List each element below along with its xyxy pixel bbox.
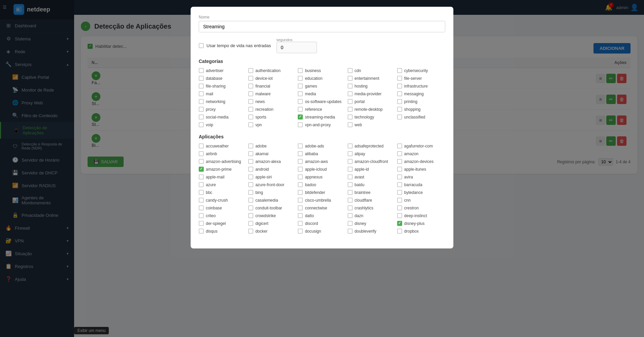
category-checkbox-proxy[interactable] [199, 107, 204, 112]
category-checkbox-mail[interactable] [199, 91, 204, 96]
application-checkbox-cnn[interactable] [397, 198, 402, 203]
application-checkbox-crashlytics[interactable] [348, 205, 353, 210]
application-checkbox-dropbox[interactable] [397, 229, 402, 234]
application-checkbox-alipay[interactable] [348, 151, 353, 156]
application-checkbox-azure-front-door[interactable] [248, 182, 253, 187]
application-checkbox-apple-id[interactable] [348, 167, 353, 172]
application-checkbox-discord[interactable] [298, 221, 303, 226]
application-checkbox-avira[interactable] [397, 174, 402, 179]
application-checkbox-disqus[interactable] [199, 229, 204, 234]
category-checkbox-file-server[interactable] [397, 76, 402, 81]
application-checkbox-amazon-aws[interactable] [298, 159, 303, 164]
application-checkbox-disney[interactable] [348, 221, 353, 226]
application-checkbox-cisco-umbrella[interactable] [298, 198, 303, 203]
category-checkbox-news[interactable] [248, 99, 253, 104]
application-checkbox-cloudflare[interactable] [348, 198, 353, 203]
category-checkbox-media-provider[interactable] [348, 91, 353, 96]
application-checkbox-der-spiegel[interactable] [199, 221, 204, 226]
application-checkbox-crestron[interactable] [397, 205, 402, 210]
application-checkbox-baidu[interactable] [348, 182, 353, 187]
application-checkbox-casalemedia[interactable] [248, 198, 253, 203]
category-checkbox-shopping[interactable] [397, 107, 402, 112]
category-checkbox-remote-desktop[interactable] [348, 107, 353, 112]
category-checkbox-malware[interactable] [248, 91, 253, 96]
category-checkbox-recreation[interactable] [248, 107, 253, 112]
category-checkbox-sports[interactable] [248, 114, 253, 120]
application-checkbox-bing[interactable] [248, 190, 253, 195]
application-checkbox-connectwise[interactable] [298, 205, 303, 210]
category-checkbox-os-software-updates[interactable] [298, 99, 303, 104]
application-checkbox-criteo[interactable] [199, 213, 204, 218]
application-checkbox-agafurretor-com[interactable] [397, 143, 402, 148]
application-checkbox-bytedance[interactable] [397, 190, 402, 195]
application-checkbox-amazon[interactable] [397, 151, 402, 156]
application-checkbox-disney-plus[interactable] [397, 221, 402, 226]
application-checkbox-android[interactable] [248, 167, 253, 172]
application-checkbox-amazon-alexa[interactable] [248, 159, 253, 164]
category-checkbox-authentication[interactable] [248, 68, 253, 73]
category-checkbox-vpn-and-proxy[interactable] [298, 122, 303, 127]
category-checkbox-entertainment[interactable] [348, 76, 353, 81]
category-checkbox-business[interactable] [298, 68, 303, 73]
category-checkbox-technology[interactable] [348, 114, 353, 120]
application-checkbox-alibaba[interactable] [298, 151, 303, 156]
application-checkbox-adobe-ads[interactable] [298, 143, 303, 148]
application-checkbox-datto[interactable] [298, 213, 303, 218]
category-checkbox-unclassified[interactable] [397, 114, 402, 120]
category-checkbox-reference[interactable] [298, 107, 303, 112]
category-checkbox-cybersecurity[interactable] [397, 68, 402, 73]
modal-overlay[interactable]: Nome Usar tempo de vida nas entradas seg… [0, 0, 644, 337]
category-checkbox-networking[interactable] [199, 99, 204, 104]
application-checkbox-barracuda[interactable] [397, 182, 402, 187]
category-checkbox-education[interactable] [298, 76, 303, 81]
application-checkbox-adsafeprotected[interactable] [348, 143, 353, 148]
category-checkbox-social-media[interactable] [199, 114, 204, 120]
use-lifetime-checkbox[interactable] [199, 43, 204, 48]
application-checkbox-crowdstrike[interactable] [248, 213, 253, 218]
application-checkbox-accuweather[interactable] [199, 143, 204, 148]
application-checkbox-conduit-toolbar[interactable] [248, 205, 253, 210]
segundos-input[interactable] [277, 42, 317, 53]
application-checkbox-docker[interactable] [248, 229, 253, 234]
application-checkbox-apple-itunes[interactable] [397, 167, 402, 172]
category-checkbox-cdn[interactable] [348, 68, 353, 73]
application-checkbox-amazon-advertising[interactable] [199, 159, 204, 164]
application-checkbox-amazon-cloudfront[interactable] [348, 159, 353, 164]
application-checkbox-avast[interactable] [348, 174, 353, 179]
category-checkbox-messaging[interactable] [397, 91, 402, 96]
category-checkbox-database[interactable] [199, 76, 204, 81]
category-checkbox-hosting[interactable] [348, 83, 353, 89]
application-checkbox-deep-instinct[interactable] [397, 213, 402, 218]
category-checkbox-voip[interactable] [199, 122, 204, 127]
application-checkbox-akamai[interactable] [248, 151, 253, 156]
category-checkbox-financial[interactable] [248, 83, 253, 89]
application-checkbox-docusign[interactable] [298, 229, 303, 234]
category-checkbox-file-sharing[interactable] [199, 83, 204, 89]
category-checkbox-printing[interactable] [397, 99, 402, 104]
category-checkbox-media[interactable] [298, 91, 303, 96]
application-checkbox-dazn[interactable] [348, 213, 353, 218]
category-checkbox-web[interactable] [348, 122, 353, 127]
application-checkbox-bbc[interactable] [199, 190, 204, 195]
application-checkbox-braintree[interactable] [348, 190, 353, 195]
category-checkbox-advertiser[interactable] [199, 68, 204, 73]
application-checkbox-candy-crush[interactable] [199, 198, 204, 203]
application-checkbox-badoo[interactable] [298, 182, 303, 187]
application-checkbox-digicert[interactable] [248, 221, 253, 226]
application-checkbox-azure[interactable] [199, 182, 204, 187]
application-checkbox-apple-mail[interactable] [199, 174, 204, 179]
name-input[interactable] [199, 21, 445, 32]
application-checkbox-amazon-prime[interactable] [199, 167, 204, 172]
category-checkbox-streaming-media[interactable] [298, 114, 303, 120]
application-checkbox-apple-icloud[interactable] [298, 167, 303, 172]
application-checkbox-doubleverify[interactable] [348, 229, 353, 234]
category-checkbox-infrastructure[interactable] [397, 83, 402, 89]
category-checkbox-portal[interactable] [348, 99, 353, 104]
application-checkbox-apple-siri[interactable] [248, 174, 253, 179]
application-checkbox-bitdefender[interactable] [298, 190, 303, 195]
category-checkbox-games[interactable] [298, 83, 303, 89]
category-checkbox-device-iot[interactable] [248, 76, 253, 81]
category-checkbox-vpn[interactable] [248, 122, 253, 127]
application-checkbox-appnexus[interactable] [298, 174, 303, 179]
application-checkbox-adobe[interactable] [248, 143, 253, 148]
